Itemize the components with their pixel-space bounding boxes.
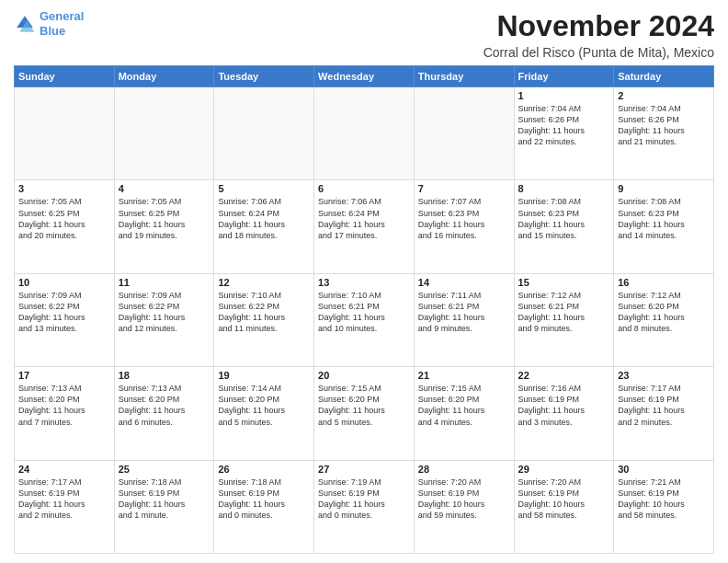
calendar-cell: 12Sunrise: 7:10 AM Sunset: 6:22 PM Dayli… xyxy=(214,273,314,366)
calendar-cell xyxy=(114,87,214,180)
calendar-cell: 24Sunrise: 7:17 AM Sunset: 6:19 PM Dayli… xyxy=(15,460,115,553)
day-number: 28 xyxy=(418,464,510,475)
day-info: Sunrise: 7:13 AM Sunset: 6:20 PM Dayligh… xyxy=(18,383,110,428)
calendar-cell: 20Sunrise: 7:15 AM Sunset: 6:20 PM Dayli… xyxy=(314,367,415,460)
calendar-week-row: 3Sunrise: 7:05 AM Sunset: 6:25 PM Daylig… xyxy=(15,180,714,273)
logo-line1: General xyxy=(40,9,84,23)
calendar-cell: 19Sunrise: 7:14 AM Sunset: 6:20 PM Dayli… xyxy=(214,367,314,460)
calendar-cell: 4Sunrise: 7:05 AM Sunset: 6:25 PM Daylig… xyxy=(114,180,214,273)
day-info: Sunrise: 7:19 AM Sunset: 6:19 PM Dayligh… xyxy=(318,477,410,522)
calendar-cell xyxy=(414,87,514,180)
calendar-cell: 2Sunrise: 7:04 AM Sunset: 6:26 PM Daylig… xyxy=(614,87,714,180)
day-number: 5 xyxy=(218,183,310,194)
day-info: Sunrise: 7:21 AM Sunset: 6:19 PM Dayligh… xyxy=(618,477,710,522)
day-number: 8 xyxy=(518,183,610,194)
day-info: Sunrise: 7:12 AM Sunset: 6:21 PM Dayligh… xyxy=(518,290,610,335)
day-number: 18 xyxy=(119,370,210,381)
calendar-cell: 18Sunrise: 7:13 AM Sunset: 6:20 PM Dayli… xyxy=(114,367,214,460)
day-info: Sunrise: 7:20 AM Sunset: 6:19 PM Dayligh… xyxy=(418,477,510,522)
calendar-cell xyxy=(15,87,115,180)
header: General Blue November 2024 Corral del Ri… xyxy=(14,9,714,60)
day-number: 26 xyxy=(218,464,310,475)
weekday-header-sunday: Sunday xyxy=(15,66,115,87)
calendar-cell: 1Sunrise: 7:04 AM Sunset: 6:26 PM Daylig… xyxy=(514,87,614,180)
day-number: 29 xyxy=(518,464,610,475)
calendar-cell xyxy=(314,87,415,180)
weekday-header-thursday: Thursday xyxy=(414,66,514,87)
day-number: 1 xyxy=(518,90,610,101)
calendar-cell: 5Sunrise: 7:06 AM Sunset: 6:24 PM Daylig… xyxy=(214,180,314,273)
calendar-cell xyxy=(214,87,314,180)
calendar-week-row: 17Sunrise: 7:13 AM Sunset: 6:20 PM Dayli… xyxy=(15,367,714,460)
calendar-cell: 6Sunrise: 7:06 AM Sunset: 6:24 PM Daylig… xyxy=(314,180,415,273)
calendar-cell: 8Sunrise: 7:08 AM Sunset: 6:23 PM Daylig… xyxy=(514,180,614,273)
day-info: Sunrise: 7:10 AM Sunset: 6:22 PM Dayligh… xyxy=(218,290,310,335)
weekday-header-wednesday: Wednesday xyxy=(314,66,415,87)
calendar-cell: 10Sunrise: 7:09 AM Sunset: 6:22 PM Dayli… xyxy=(15,273,115,366)
day-number: 30 xyxy=(618,464,710,475)
calendar-cell: 15Sunrise: 7:12 AM Sunset: 6:21 PM Dayli… xyxy=(514,273,614,366)
day-info: Sunrise: 7:20 AM Sunset: 6:19 PM Dayligh… xyxy=(518,477,610,522)
day-info: Sunrise: 7:14 AM Sunset: 6:20 PM Dayligh… xyxy=(218,383,310,428)
calendar-cell: 29Sunrise: 7:20 AM Sunset: 6:19 PM Dayli… xyxy=(514,460,614,553)
calendar-table: SundayMondayTuesdayWednesdayThursdayFrid… xyxy=(14,65,714,554)
calendar-cell: 9Sunrise: 7:08 AM Sunset: 6:23 PM Daylig… xyxy=(614,180,714,273)
day-number: 23 xyxy=(618,370,710,381)
day-info: Sunrise: 7:16 AM Sunset: 6:19 PM Dayligh… xyxy=(518,383,610,428)
day-info: Sunrise: 7:04 AM Sunset: 6:26 PM Dayligh… xyxy=(618,103,710,148)
day-info: Sunrise: 7:11 AM Sunset: 6:21 PM Dayligh… xyxy=(418,290,510,335)
calendar-cell: 16Sunrise: 7:12 AM Sunset: 6:20 PM Dayli… xyxy=(614,273,714,366)
day-info: Sunrise: 7:08 AM Sunset: 6:23 PM Dayligh… xyxy=(518,196,610,241)
day-info: Sunrise: 7:08 AM Sunset: 6:23 PM Dayligh… xyxy=(618,196,710,241)
calendar-cell: 11Sunrise: 7:09 AM Sunset: 6:22 PM Dayli… xyxy=(114,273,214,366)
day-info: Sunrise: 7:18 AM Sunset: 6:19 PM Dayligh… xyxy=(119,477,210,522)
day-number: 24 xyxy=(18,464,110,475)
day-info: Sunrise: 7:15 AM Sunset: 6:20 PM Dayligh… xyxy=(418,383,510,428)
logo-line2: Blue xyxy=(40,24,65,38)
calendar-cell: 28Sunrise: 7:20 AM Sunset: 6:19 PM Dayli… xyxy=(414,460,514,553)
calendar-week-row: 24Sunrise: 7:17 AM Sunset: 6:19 PM Dayli… xyxy=(15,460,714,553)
day-number: 20 xyxy=(318,370,410,381)
calendar-cell: 23Sunrise: 7:17 AM Sunset: 6:19 PM Dayli… xyxy=(614,367,714,460)
calendar-cell: 13Sunrise: 7:10 AM Sunset: 6:21 PM Dayli… xyxy=(314,273,415,366)
day-info: Sunrise: 7:09 AM Sunset: 6:22 PM Dayligh… xyxy=(18,290,110,335)
day-number: 3 xyxy=(18,183,110,194)
day-number: 25 xyxy=(119,464,210,475)
day-number: 4 xyxy=(119,183,210,194)
day-number: 16 xyxy=(618,277,710,288)
day-info: Sunrise: 7:15 AM Sunset: 6:20 PM Dayligh… xyxy=(318,383,410,428)
subtitle: Corral del Risco (Punta de Mita), Mexico xyxy=(483,45,714,60)
calendar-cell: 30Sunrise: 7:21 AM Sunset: 6:19 PM Dayli… xyxy=(614,460,714,553)
day-number: 9 xyxy=(618,183,710,194)
day-number: 2 xyxy=(618,90,710,101)
day-info: Sunrise: 7:04 AM Sunset: 6:26 PM Dayligh… xyxy=(518,103,610,148)
day-info: Sunrise: 7:12 AM Sunset: 6:20 PM Dayligh… xyxy=(618,290,710,335)
day-info: Sunrise: 7:05 AM Sunset: 6:25 PM Dayligh… xyxy=(119,196,210,241)
calendar-cell: 14Sunrise: 7:11 AM Sunset: 6:21 PM Dayli… xyxy=(414,273,514,366)
calendar-week-row: 10Sunrise: 7:09 AM Sunset: 6:22 PM Dayli… xyxy=(15,273,714,366)
day-number: 10 xyxy=(18,277,110,288)
page: General Blue November 2024 Corral del Ri… xyxy=(0,0,728,563)
weekday-header-saturday: Saturday xyxy=(614,66,714,87)
day-number: 17 xyxy=(18,370,110,381)
weekday-header-monday: Monday xyxy=(114,66,214,87)
day-info: Sunrise: 7:17 AM Sunset: 6:19 PM Dayligh… xyxy=(618,383,710,428)
day-info: Sunrise: 7:17 AM Sunset: 6:19 PM Dayligh… xyxy=(18,477,110,522)
calendar-header-row: SundayMondayTuesdayWednesdayThursdayFrid… xyxy=(15,66,714,87)
day-number: 12 xyxy=(218,277,310,288)
day-number: 27 xyxy=(318,464,410,475)
day-number: 15 xyxy=(518,277,610,288)
day-info: Sunrise: 7:13 AM Sunset: 6:20 PM Dayligh… xyxy=(119,383,210,428)
day-info: Sunrise: 7:18 AM Sunset: 6:19 PM Dayligh… xyxy=(218,477,310,522)
day-number: 21 xyxy=(418,370,510,381)
day-number: 19 xyxy=(218,370,310,381)
calendar-cell: 27Sunrise: 7:19 AM Sunset: 6:19 PM Dayli… xyxy=(314,460,415,553)
calendar-cell: 3Sunrise: 7:05 AM Sunset: 6:25 PM Daylig… xyxy=(15,180,115,273)
day-info: Sunrise: 7:07 AM Sunset: 6:23 PM Dayligh… xyxy=(418,196,510,241)
day-info: Sunrise: 7:09 AM Sunset: 6:22 PM Dayligh… xyxy=(119,290,210,335)
day-number: 22 xyxy=(518,370,610,381)
month-title: November 2024 xyxy=(483,9,714,43)
day-info: Sunrise: 7:10 AM Sunset: 6:21 PM Dayligh… xyxy=(318,290,410,335)
day-number: 14 xyxy=(418,277,510,288)
calendar-cell: 7Sunrise: 7:07 AM Sunset: 6:23 PM Daylig… xyxy=(414,180,514,273)
